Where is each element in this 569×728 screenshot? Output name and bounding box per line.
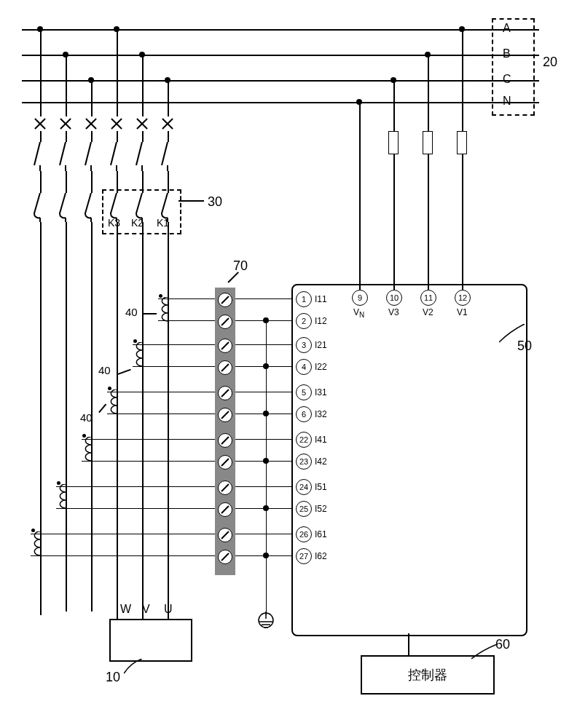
- dev-term-26: 26: [296, 526, 312, 542]
- disconnect-1: [34, 118, 46, 130]
- ct-5: [55, 484, 66, 509]
- ct-label-1: 40: [125, 306, 138, 318]
- switch-6: [160, 142, 175, 171]
- ref-contactor: 30: [208, 194, 222, 210]
- terminal-6: [218, 408, 232, 422]
- ct-1: [157, 297, 168, 322]
- bus-label-c: C: [503, 73, 511, 86]
- contact-3: [84, 193, 98, 222]
- bus-label-box: [492, 18, 535, 116]
- fuse-3: [457, 131, 467, 154]
- terminal-12: [218, 550, 232, 564]
- terminal-3: [218, 339, 232, 353]
- bus-label-b: B: [503, 47, 511, 60]
- dev-name-i31: I31: [315, 387, 327, 397]
- drop-2: [66, 55, 67, 612]
- fuse-2: [423, 131, 433, 154]
- dev-term-1: 1: [296, 291, 312, 307]
- disconnect-4: [111, 118, 122, 130]
- motor-w: W: [120, 603, 131, 616]
- bus-label-n: N: [503, 95, 511, 108]
- vdrop-n: [359, 102, 361, 290]
- label-k2: K2: [131, 217, 144, 229]
- dev-name-i52: I52: [315, 504, 327, 514]
- dev-name-i42: I42: [315, 456, 327, 467]
- dev-name-i22: I22: [315, 362, 327, 372]
- dev-term-27: 27: [296, 548, 312, 564]
- dev-name-v3: V3: [388, 307, 399, 317]
- switch-2: [58, 142, 73, 171]
- dev-term-6: 6: [296, 406, 312, 422]
- ref-controller: 60: [495, 637, 510, 652]
- fuse-1: [388, 131, 399, 154]
- switch-1: [33, 142, 47, 171]
- terminal-1: [218, 293, 232, 307]
- drop-5: [142, 55, 144, 612]
- dev-name-i41: I41: [315, 435, 327, 445]
- ref-terminal: 70: [233, 258, 248, 274]
- disconnect-2: [60, 118, 71, 130]
- wiring-diagram: A B C N 20 K3 K2 K1 30 40 40 40 70 1 I: [15, 15, 554, 713]
- dev-term-25: 25: [296, 501, 312, 517]
- ct-3: [106, 389, 117, 414]
- dev-name-v1: V1: [457, 307, 468, 317]
- dev-term-11: 11: [420, 290, 436, 306]
- dev-term-24: 24: [296, 479, 312, 495]
- disconnect-5: [136, 118, 148, 130]
- terminal-11: [218, 528, 232, 542]
- dev-name-i21: I21: [315, 340, 327, 350]
- ref-bus: 20: [543, 55, 557, 70]
- dev-term-5: 5: [296, 384, 312, 400]
- switch-4: [109, 142, 124, 171]
- dev-term-10: 10: [386, 290, 402, 306]
- dev-term-3: 3: [296, 337, 312, 353]
- switch-3: [84, 142, 98, 171]
- ct-label-2: 40: [98, 364, 111, 376]
- dev-name-vn: VN: [353, 307, 364, 319]
- dev-name-i61: I61: [315, 529, 327, 539]
- dev-term-23: 23: [296, 454, 312, 470]
- disconnect-6: [162, 118, 173, 130]
- ct-4: [80, 437, 92, 462]
- contact-1: [33, 193, 47, 222]
- ground-icon: [255, 612, 277, 633]
- ref-load: 10: [106, 670, 120, 685]
- dev-term-12: 12: [455, 290, 471, 306]
- dev-name-i32: I32: [315, 409, 327, 419]
- contact-2: [58, 193, 73, 222]
- terminal-8: [218, 455, 232, 470]
- switch-5: [135, 142, 149, 171]
- ct-label-3: 40: [80, 411, 93, 424]
- dev-term-2: 2: [296, 313, 312, 329]
- dev-name-i11: I11: [315, 294, 327, 304]
- bus-label-a: A: [503, 22, 511, 35]
- vdrop-c: [393, 80, 395, 290]
- terminal-2: [218, 314, 232, 329]
- dev-name-v2: V2: [423, 307, 433, 317]
- disconnect-3: [85, 118, 97, 130]
- dev-term-9: 9: [352, 290, 368, 306]
- label-k3: K3: [108, 217, 120, 229]
- load-box: [109, 619, 192, 662]
- ct-6: [29, 531, 41, 556]
- vdrop-b: [428, 55, 429, 290]
- terminal-7: [218, 433, 232, 448]
- terminal-10: [218, 502, 232, 517]
- dev-name-i62: I62: [315, 551, 327, 561]
- dev-term-4: 4: [296, 359, 312, 375]
- vdrop-a: [462, 29, 463, 290]
- dev-name-i12: I12: [315, 316, 327, 326]
- label-k1: K1: [157, 217, 169, 229]
- dev-name-i51: I51: [315, 482, 327, 492]
- terminal-9: [218, 480, 232, 495]
- ref-device: 50: [517, 339, 532, 354]
- terminal-5: [218, 386, 232, 400]
- ct-2: [131, 342, 143, 367]
- dev-term-22: 22: [296, 432, 312, 448]
- terminal-4: [218, 360, 232, 375]
